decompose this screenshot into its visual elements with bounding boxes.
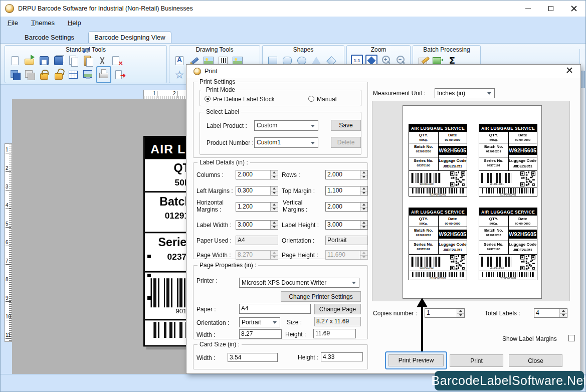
horizontal-margins-input[interactable]: 1.200 bbox=[236, 202, 278, 212]
preview-label-4: AIR LUGGAGE SERVICE QTY.50Kg. Date00-00-… bbox=[479, 208, 537, 280]
top-margin-label: Top Margin : bbox=[282, 187, 315, 194]
close-button[interactable] bbox=[562, 1, 585, 17]
page-width-field-label: Width : bbox=[197, 331, 215, 338]
barcode bbox=[481, 257, 512, 267]
luggage-cell: Luggage CodeJ8DE2UJ51 bbox=[438, 241, 467, 254]
product-number-select[interactable]: Custom1 bbox=[254, 137, 318, 148]
preview-label-3: AIR LUGGAGE SERVICE QTY.50Kg. Date00-00-… bbox=[409, 208, 467, 280]
left-margins-label: Left Margins : bbox=[197, 187, 233, 194]
predefine-radio[interactable] bbox=[205, 96, 211, 102]
manual-radio[interactable] bbox=[308, 96, 314, 102]
scrollbar-thumb[interactable] bbox=[580, 71, 585, 88]
page-height-field[interactable]: 11.69 bbox=[313, 329, 356, 338]
card-height-input[interactable]: 4.33 bbox=[321, 352, 363, 361]
qr-code bbox=[520, 171, 535, 186]
menu-themes[interactable]: Themes bbox=[31, 19, 55, 27]
total-labels-input[interactable]: 4 bbox=[534, 308, 567, 318]
page-height-field-label: Height : bbox=[285, 331, 306, 338]
dialog-title: Print bbox=[205, 68, 218, 75]
ruler-number: 6 bbox=[6, 240, 11, 246]
printer-select[interactable]: Microsoft XPS Document Writer bbox=[239, 278, 359, 288]
selection-handle[interactable] bbox=[147, 274, 151, 277]
print-icon[interactable] bbox=[98, 68, 110, 80]
ruler-number: 5 bbox=[6, 221, 11, 228]
export-icon[interactable]: ➜ bbox=[114, 69, 126, 81]
text-tool-icon[interactable]: A bbox=[173, 55, 185, 67]
product-number-label: Product Number : bbox=[207, 139, 254, 146]
label-width-input[interactable]: 3.000 bbox=[236, 220, 278, 230]
print-mode-legend: Print Mode bbox=[204, 86, 237, 93]
printer-label: Printer : bbox=[197, 277, 218, 284]
label-product-select[interactable]: Custom bbox=[254, 120, 318, 131]
label-details-legend: Label Details (in) : bbox=[198, 159, 250, 166]
menu-bar: File Themes Help bbox=[1, 17, 585, 29]
dialog-close-icon[interactable] bbox=[566, 67, 575, 76]
ruler-number: 2 bbox=[173, 91, 177, 98]
delete-button[interactable]: Delete bbox=[331, 137, 361, 148]
measurement-unit-label: Measurement Unit : bbox=[373, 90, 426, 97]
barcode bbox=[411, 173, 442, 183]
change-page-button[interactable]: Change Page bbox=[314, 304, 361, 314]
selection-handle[interactable] bbox=[147, 255, 151, 258]
label-height-input[interactable]: 3.000 bbox=[325, 220, 368, 230]
vertical-margins-input[interactable]: 2.000 bbox=[325, 202, 368, 212]
duplicate-gray-icon[interactable] bbox=[24, 69, 36, 81]
maximize-button[interactable] bbox=[539, 1, 562, 17]
page-width-field[interactable]: 8.27 bbox=[239, 329, 282, 339]
barcode-row: 90104012401 bbox=[479, 170, 537, 187]
qr-code bbox=[450, 171, 465, 186]
preview-label-1: AIR LUGGAGE SERVICE QTY.50Kg. Date00-00-… bbox=[409, 124, 467, 197]
menu-file[interactable]: File bbox=[8, 19, 18, 27]
minimize-button[interactable] bbox=[516, 1, 539, 17]
group-standard-tools: Standard Tools × ↶ ↷ bbox=[5, 45, 167, 83]
ruler-number: 1 bbox=[6, 147, 11, 153]
label-width-label: Label Width : bbox=[197, 222, 232, 229]
lock-icon[interactable] bbox=[38, 69, 50, 81]
ruler-number: 7 bbox=[6, 258, 11, 265]
ruler-number: 11 bbox=[6, 332, 11, 339]
close-dialog-button[interactable]: Close bbox=[509, 354, 562, 367]
barcode bbox=[481, 173, 512, 183]
page-orientation-select[interactable]: Portrait bbox=[239, 317, 280, 327]
paper-input[interactable]: A4 bbox=[239, 304, 311, 314]
series-cell: Series No.02370100 bbox=[409, 157, 438, 170]
label-height-label: Label Height : bbox=[282, 222, 319, 229]
selection-handle[interactable] bbox=[147, 296, 151, 300]
barcode-row-2: 8128458652002 bbox=[409, 271, 467, 280]
star-tool-icon[interactable]: ☆ bbox=[173, 69, 185, 81]
tab-barcode-settings[interactable]: Barcode Settings bbox=[16, 31, 83, 43]
ruler-number: 3 bbox=[6, 184, 11, 190]
change-printer-settings-button[interactable]: Change Printer Settings bbox=[281, 291, 361, 302]
date-cell: Date00-00-0000 bbox=[438, 132, 467, 143]
save-button[interactable]: Save bbox=[331, 120, 361, 131]
group-title: Zoom bbox=[347, 46, 410, 54]
picture-frame-icon[interactable] bbox=[82, 69, 94, 81]
left-margins-input[interactable]: 0.300 bbox=[236, 186, 278, 195]
measurement-unit-select[interactable]: Inches (in) bbox=[435, 88, 495, 98]
ruler-number: 8 bbox=[6, 277, 11, 283]
columns-input[interactable]: 2.000 bbox=[236, 170, 278, 179]
tab-barcode-designing-view[interactable]: Barcode Designing View bbox=[88, 31, 171, 43]
series-cell: Series No.02370103 bbox=[479, 241, 508, 254]
unlock-icon[interactable] bbox=[53, 69, 65, 81]
print-button[interactable]: Print bbox=[450, 354, 503, 367]
print-settings-legend: Print Settings bbox=[198, 78, 237, 85]
page-height-input: 11.690 bbox=[325, 250, 368, 260]
application-window: DRPU Barcode Software for Industrial (No… bbox=[0, 0, 586, 392]
grid-icon[interactable] bbox=[67, 69, 79, 81]
rows-input[interactable]: 2.000 bbox=[325, 170, 368, 179]
card-width-input[interactable]: 3.54 bbox=[228, 353, 278, 362]
label-title: AIR LUGGAGE SERVICE bbox=[409, 124, 467, 132]
qty-cell: QTY.50Kg. bbox=[409, 216, 438, 227]
barcode-row-2: 8128458652003 bbox=[479, 271, 537, 280]
copies-number-input[interactable]: 1 bbox=[425, 308, 465, 318]
top-margin-input[interactable]: 1.100 bbox=[325, 186, 368, 195]
manual-radio-label: Manual bbox=[317, 96, 336, 103]
show-label-margins-checkbox[interactable] bbox=[568, 335, 575, 341]
duplicate-icon[interactable] bbox=[9, 69, 21, 81]
watermark-badge: BarcodeLabelSoftware.Net bbox=[435, 371, 584, 390]
batch-cell: Batch No.012910202 bbox=[409, 227, 438, 241]
menu-help[interactable]: Help bbox=[68, 19, 81, 27]
print-preview-button[interactable]: Print Preview bbox=[388, 354, 444, 366]
page-properties-group: Page Properties (in) : bbox=[193, 265, 368, 339]
